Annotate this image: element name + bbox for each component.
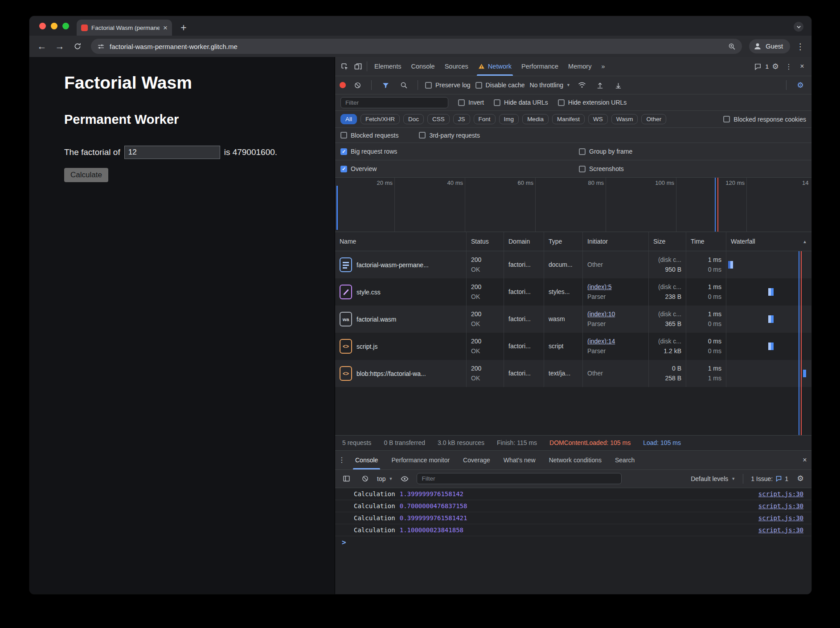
browser-menu-button[interactable]: ⋮ — [794, 41, 807, 52]
screenshots-checkbox[interactable]: Screenshots — [579, 165, 624, 172]
drawer-tab-coverage[interactable]: Coverage — [456, 451, 497, 469]
network-request-row[interactable]: <> blob:https://factorial-wa... 200OK fa… — [335, 360, 811, 387]
console-settings-icon[interactable]: ⚙ — [794, 472, 807, 485]
drawer-tab-network-conditions[interactable]: Network conditions — [542, 451, 608, 469]
invert-checkbox[interactable]: Invert — [458, 99, 484, 106]
close-window-button[interactable] — [39, 23, 46, 29]
third-party-requests-checkbox[interactable]: 3rd-party requests — [419, 132, 480, 139]
tab-console[interactable]: Console — [406, 57, 439, 76]
disable-cache-checkbox[interactable]: Disable cache — [475, 82, 525, 89]
tab-sources[interactable]: Sources — [440, 57, 473, 76]
tab-performance[interactable]: Performance — [516, 57, 563, 76]
export-har-icon[interactable] — [612, 78, 625, 92]
overview-checkbox[interactable]: ✓ Overview — [340, 165, 377, 172]
column-header-name[interactable]: Name — [335, 232, 467, 251]
console-message[interactable]: Calculation 0.3999999761581421 script.js… — [335, 512, 811, 524]
hide-data-urls-checkbox[interactable]: Hide data URLs — [494, 99, 548, 106]
network-filter-input[interactable] — [340, 97, 448, 108]
browser-tab[interactable]: Factorial Wasm (permanent W × — [77, 20, 172, 36]
filter-chip-media[interactable]: Media — [522, 114, 549, 124]
column-header-type[interactable]: Type — [544, 232, 583, 251]
reload-button[interactable] — [70, 38, 86, 54]
more-tabs-button[interactable]: » — [596, 57, 610, 76]
calculate-button[interactable]: Calculate — [64, 168, 108, 182]
console-message[interactable]: Calculation 1.399999976158142 script.js:… — [335, 488, 811, 500]
column-header-domain[interactable]: Domain — [504, 232, 544, 251]
maximize-window-button[interactable] — [62, 23, 69, 29]
tab-close-icon[interactable]: × — [163, 24, 168, 32]
back-button[interactable]: ← — [34, 38, 50, 54]
eye-icon[interactable] — [398, 472, 411, 485]
tab-search-button[interactable] — [794, 22, 803, 32]
column-header-status[interactable]: Status — [467, 232, 504, 251]
hide-extension-urls-checkbox[interactable]: Hide extension URLs — [558, 99, 627, 106]
throttling-select[interactable]: No throttling ▼ — [530, 82, 570, 89]
console-filter-input[interactable] — [417, 473, 622, 484]
column-header-initiator[interactable]: Initiator — [583, 232, 649, 251]
blocked-response-cookies-checkbox[interactable]: Blocked response cookies — [723, 116, 806, 123]
issues-counter[interactable] — [751, 60, 764, 73]
network-settings-icon[interactable]: ⚙ — [794, 78, 807, 92]
new-tab-button[interactable]: + — [177, 23, 190, 33]
filter-chip-ws[interactable]: WS — [588, 114, 608, 124]
big-request-rows-checkbox[interactable]: ✓ Big request rows — [340, 148, 397, 155]
device-toolbar-icon[interactable] — [351, 60, 365, 73]
drawer-tab-performance-monitor[interactable]: Performance monitor — [385, 451, 456, 469]
initiator-link[interactable]: (index):5 — [587, 282, 644, 292]
blocked-requests-checkbox[interactable]: Blocked requests — [340, 132, 398, 139]
minimize-window-button[interactable] — [51, 23, 57, 29]
console-message[interactable]: Calculation 1.100000023841858 script.js:… — [335, 524, 811, 536]
console-prompt[interactable]: > — [335, 536, 811, 549]
network-conditions-icon[interactable] — [575, 78, 589, 92]
filter-toggle-icon[interactable] — [379, 78, 392, 92]
message-source-link[interactable]: script.js:30 — [758, 502, 803, 510]
tab-memory[interactable]: Memory — [563, 57, 596, 76]
drawer-tab-whats-new[interactable]: What's new — [497, 451, 542, 469]
drawer-tab-search[interactable]: Search — [608, 451, 641, 469]
column-header-time[interactable]: Time — [686, 232, 726, 251]
console-sidebar-toggle-icon[interactable] — [340, 472, 353, 485]
group-by-frame-checkbox[interactable]: Group by frame — [579, 148, 632, 155]
devtools-menu-button[interactable]: ⋮ — [782, 60, 795, 73]
factorial-input[interactable] — [124, 146, 220, 159]
devtools-close-button[interactable]: × — [795, 60, 809, 73]
network-request-row[interactable]: <> script.js 200OK factori... script (in… — [335, 333, 811, 360]
forward-button[interactable]: → — [52, 38, 68, 54]
clear-button[interactable] — [351, 78, 364, 92]
tab-elements[interactable]: Elements — [369, 57, 406, 76]
filter-chip-doc[interactable]: Doc — [403, 114, 424, 124]
site-settings-icon[interactable] — [97, 43, 105, 50]
filter-chip-wasm[interactable]: Wasm — [611, 114, 638, 124]
filter-chip-img[interactable]: Img — [499, 114, 519, 124]
console-message[interactable]: Calculation 0.7000000476837158 script.js… — [335, 500, 811, 512]
import-har-icon[interactable] — [594, 78, 607, 92]
address-bar[interactable]: factorial-wasm-permanent-worker.glitch.m… — [91, 39, 742, 54]
drawer-tab-console[interactable]: Console — [348, 451, 385, 469]
initiator-link[interactable]: (index):10 — [587, 310, 644, 319]
message-source-link[interactable]: script.js:30 — [758, 526, 803, 534]
column-header-size[interactable]: Size — [649, 232, 686, 251]
console-context-selector[interactable]: top ▼ — [377, 475, 393, 482]
console-clear-icon[interactable] — [358, 472, 372, 485]
record-button[interactable] — [340, 82, 346, 88]
preserve-log-checkbox[interactable]: Preserve log — [425, 82, 471, 89]
network-request-row[interactable]: factorial-wasm-permane... 200OK factori.… — [335, 251, 811, 278]
devtools-settings-icon[interactable]: ⚙ — [769, 60, 782, 73]
tab-network[interactable]: Network — [473, 57, 516, 76]
filter-chip-fetch-xhr[interactable]: Fetch/XHR — [361, 114, 400, 124]
inspect-icon[interactable] — [338, 60, 351, 73]
initiator-link[interactable]: (index):14 — [587, 337, 644, 347]
drawer-menu-icon[interactable]: ⋮ — [335, 453, 348, 467]
message-source-link[interactable]: script.js:30 — [758, 514, 803, 522]
network-request-row[interactable]: wa factorial.wasm 200OK factori... wasm … — [335, 306, 811, 333]
filter-chip-all[interactable]: All — [340, 114, 357, 124]
network-overview-timeline[interactable]: 20 ms 40 ms 60 ms 80 ms 100 ms 120 ms 14 — [335, 178, 811, 232]
message-source-link[interactable]: script.js:30 — [758, 490, 803, 498]
filter-chip-other[interactable]: Other — [641, 114, 666, 124]
drawer-close-button[interactable]: × — [798, 453, 811, 467]
column-header-waterfall[interactable]: Waterfall ▲ — [726, 232, 811, 251]
log-levels-select[interactable]: Default levels ▼ — [691, 475, 735, 482]
guest-button[interactable]: Guest — [749, 39, 790, 53]
filter-chip-css[interactable]: CSS — [427, 114, 450, 124]
issues-link[interactable]: 1 Issue: 1 — [751, 475, 788, 482]
